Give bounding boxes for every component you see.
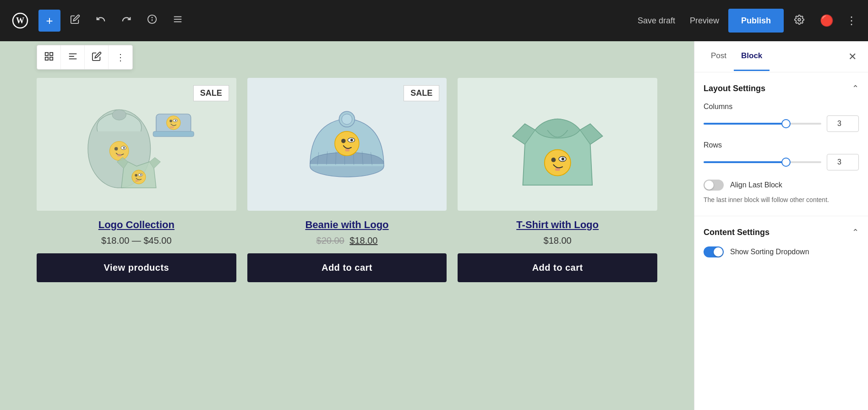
collapse-layout-button[interactable]: ⌃ (852, 83, 859, 93)
more-options-button[interactable]: ⋮ (842, 11, 861, 30)
settings-button[interactable] (787, 9, 811, 33)
edit-block-button[interactable] (85, 45, 109, 69)
top-bar: W + (0, 0, 868, 41)
products-grid: SALE Logo Collection $18.00 — $45.00 Vie… (37, 78, 657, 282)
save-draft-button[interactable]: Save draft (632, 12, 681, 29)
rows-slider[interactable] (704, 158, 821, 167)
collapse-content-button[interactable]: ⌃ (852, 227, 859, 237)
view-products-button[interactable]: View products (37, 253, 236, 282)
slider-track (704, 123, 821, 125)
product-name: Logo Collection (98, 219, 175, 231)
more-icon: ⋮ (846, 14, 857, 27)
svg-point-31 (135, 174, 137, 176)
add-to-cart-button[interactable]: Add to cart (247, 253, 447, 282)
columns-input[interactable] (827, 115, 859, 132)
sidebar-header: Post Block ✕ (694, 41, 868, 72)
svg-rect-11 (45, 57, 48, 60)
sale-badge: SALE (404, 85, 439, 101)
original-price: $20.00 (317, 235, 344, 246)
slider-track (704, 161, 821, 163)
svg-point-22 (117, 154, 121, 157)
block-more-button[interactable]: ⋮ (109, 45, 132, 69)
content-settings-title: Content Settings (704, 228, 770, 237)
align-button[interactable] (61, 45, 85, 69)
chevron-up-icon: ⌃ (852, 228, 859, 237)
toolbar-right: Save draft Preview Publish 🔴 ⋮ (632, 9, 861, 33)
tab-post[interactable]: Post (704, 42, 734, 71)
svg-point-46 (341, 139, 345, 143)
tab-block[interactable]: Block (734, 42, 770, 71)
slider-thumb[interactable] (781, 119, 791, 128)
product-name: T-Shirt with Logo (516, 219, 599, 231)
rows-setting: Rows (704, 141, 859, 170)
svg-point-21 (123, 147, 125, 149)
plus-icon: + (46, 14, 53, 28)
grid-icon (44, 51, 54, 64)
info-button[interactable] (141, 10, 163, 32)
columns-slider-row (704, 115, 859, 132)
svg-point-44 (342, 114, 352, 125)
wp-logo[interactable]: W (7, 8, 33, 33)
align-last-block-desc: The last inner block will follow other c… (704, 195, 859, 205)
edit-button[interactable] (64, 10, 86, 32)
right-sidebar: Post Block ✕ Layout Settings ⌃ Columns (694, 41, 868, 410)
svg-point-51 (551, 158, 556, 162)
svg-point-18 (109, 141, 129, 160)
slider-thumb[interactable] (781, 158, 791, 167)
yoast-icon: 🔴 (820, 14, 834, 27)
redo-button[interactable] (115, 10, 137, 32)
svg-rect-54 (555, 168, 560, 171)
product-card: SALE Beanie with Logo $20.00 $18.00 Add … (247, 78, 447, 282)
layout-settings-section: Layout Settings ⌃ Columns (694, 72, 868, 216)
products-container: SALE Logo Collection $18.00 — $45.00 Vie… (0, 41, 694, 301)
svg-point-48 (350, 139, 353, 142)
columns-setting: Columns (704, 103, 859, 132)
svg-rect-29 (169, 126, 174, 128)
align-last-block-row: Align Last Block (704, 180, 859, 191)
svg-point-19 (114, 147, 118, 151)
list-view-button[interactable] (167, 10, 189, 32)
columns-slider[interactable] (704, 119, 821, 128)
svg-point-53 (562, 158, 564, 160)
svg-point-28 (175, 120, 176, 121)
add-block-button[interactable]: + (38, 10, 60, 32)
yoast-button[interactable]: 🔴 (815, 9, 839, 33)
svg-rect-49 (345, 148, 349, 151)
align-last-block-label: Align Last Block (730, 181, 782, 189)
svg-point-30 (131, 170, 145, 184)
svg-point-50 (545, 150, 571, 176)
align-icon (68, 51, 78, 64)
toggle-knob (704, 180, 714, 190)
grid-view-button[interactable] (37, 45, 61, 69)
three-dots-icon: ⋮ (116, 52, 125, 63)
redo-icon (121, 14, 131, 27)
product-image: SALE (247, 78, 447, 211)
slider-fill (704, 123, 786, 125)
svg-point-17 (112, 109, 126, 120)
undo-icon (96, 14, 106, 27)
undo-button[interactable] (90, 10, 112, 32)
product-price: $18.00 — $45.00 (101, 235, 171, 246)
show-sorting-row: Show Sorting Dropdown (704, 246, 859, 257)
main-layout: ⋮ (0, 41, 868, 410)
pencil-icon (92, 51, 102, 64)
add-to-cart-button[interactable]: Add to cart (458, 253, 657, 282)
align-last-block-toggle[interactable] (704, 180, 724, 191)
rows-input[interactable] (827, 154, 859, 170)
svg-point-8 (798, 18, 801, 21)
edit-icon (70, 14, 80, 27)
content-settings-section: Content Settings ⌃ Show Sorting Dropdown (694, 216, 868, 273)
preview-button[interactable]: Preview (684, 12, 725, 29)
product-price: $20.00 $18.00 (317, 235, 378, 246)
list-icon (173, 14, 183, 27)
svg-point-26 (169, 120, 172, 122)
rows-slider-row (704, 154, 859, 170)
show-sorting-toggle[interactable] (704, 246, 724, 257)
publish-button[interactable]: Publish (728, 9, 784, 33)
rows-label: Rows (704, 141, 859, 149)
sale-badge: SALE (193, 85, 229, 101)
slider-fill (704, 161, 786, 163)
svg-point-45 (335, 131, 359, 156)
product-image (458, 78, 657, 211)
close-sidebar-button[interactable]: ✕ (844, 49, 861, 65)
